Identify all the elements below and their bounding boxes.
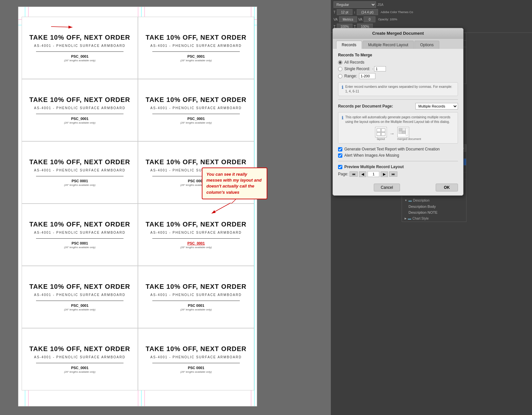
coupon-card: TAKE 10% OFF, NEXT ORDER AS-4001 - PHENO…: [138, 266, 254, 328]
group-label-description: Description: [413, 199, 429, 202]
coupon-note: (26" lengths available only): [64, 184, 96, 187]
coupon-title: TAKE 10% OFF, NEXT ORDER: [29, 283, 130, 290]
radio-single-record-input[interactable]: [338, 67, 342, 71]
group-chart-style[interactable]: ▶ ▬ Chart Style: [402, 215, 466, 222]
group-description[interactable]: ▼ ▬ Description: [402, 197, 466, 204]
right-panel: Regular JSA T ↕ Adobe Color Themes Co VA…: [331, 0, 532, 415]
preview-arrow: →: [390, 131, 395, 137]
canvas-area: TAKE 10% OFF, NEXT ORDER AS-4001 - PHENO…: [0, 0, 331, 415]
coupon-divider: [152, 238, 239, 239]
tab-records[interactable]: Records: [336, 41, 362, 49]
merged-document-dialog: Create Merged Document Records Multiple …: [332, 28, 464, 196]
coupon-subtitle: AS-4001 - PHENOLIC SURFACE ARMBOARD: [150, 293, 242, 297]
merged-preview-box: [397, 127, 409, 137]
coupon-code: PSC_0001: [71, 117, 88, 121]
page-number-input[interactable]: [368, 171, 379, 177]
coupon-divider: [36, 51, 123, 52]
leading-input[interactable]: [357, 9, 378, 15]
coupon-subtitle: AS-4001 - PHENOLIC SURFACE ARMBOARD: [150, 231, 242, 234]
va-label: VA: [333, 18, 338, 21]
coupon-card: TAKE 10% OFF, NEXT ORDER AS-4001 - PHENO…: [22, 328, 138, 390]
coupon-card: TAKE 10% OFF, NEXT ORDER AS-4001 - PHENO…: [138, 79, 254, 141]
option-info-icon: ℹ: [342, 115, 343, 120]
coupon-card: TAKE 10% OFF, NEXT ORDER AS-4001 - PHENO…: [138, 17, 254, 79]
kern-input[interactable]: [364, 16, 375, 22]
coupon-divider: [36, 301, 123, 301]
cancel-button[interactable]: Cancel: [374, 184, 400, 191]
svg-rect-7: [399, 128, 402, 131]
coupon-title: TAKE 10% OFF, NEXT ORDER: [29, 345, 130, 353]
page-prev-button[interactable]: ◀: [359, 171, 366, 177]
style-description-note[interactable]: Description NOTE: [402, 209, 466, 215]
coupon-code: PSC_0001: [71, 366, 88, 370]
page-document: TAKE 10% OFF, NEXT ORDER AS-4001 - PHENO…: [18, 7, 257, 406]
radio-all-records-input[interactable]: [338, 60, 342, 65]
coupon-subtitle: AS-4001 - PHENOLIC SURFACE ARMBOARD: [34, 293, 125, 297]
page-nav-label: Page:: [338, 172, 348, 176]
coupon-subtitle: AS-4001 - PHENOLIC SURFACE ARMBOARD: [150, 106, 242, 110]
coupon-title: TAKE 10% OFF, NEXT ORDER: [29, 221, 130, 228]
page-last-button[interactable]: ⏭: [389, 171, 397, 177]
dialog-body: Records To Merge All Records Single Reco…: [333, 49, 463, 181]
page-nav: Page: ⏮ ◀ ▶ ⏭: [338, 171, 458, 177]
ok-button[interactable]: OK: [436, 184, 458, 191]
radio-all-records: All Records: [338, 60, 458, 65]
usa-label: JSA: [377, 3, 383, 7]
coupon-card: TAKE 10% OFF, NEXT ORDER AS-4001 - PHENO…: [22, 141, 138, 204]
cards-grid: TAKE 10% OFF, NEXT ORDER AS-4001 - PHENO…: [22, 17, 254, 390]
coupon-card: TAKE 10% OFF, NEXT ORDER AS-4001 - PHENO…: [22, 204, 138, 266]
adobe-color-themes-label: Adobe Color Themes Co: [381, 10, 413, 14]
style-description-body[interactable]: Description Body: [402, 204, 466, 209]
group-arrow-description: ▼: [405, 199, 407, 202]
coupon-subtitle: AS-4001 - PHENOLIC SURFACE ARMBOARD: [34, 168, 125, 172]
tracking-select[interactable]: [339, 16, 357, 22]
dialog-footer: Cancel OK: [333, 181, 463, 191]
coupon-card-highlighted: TAKE 10% OFF, NEXT ORDER AS-4001 - PHENO…: [138, 204, 254, 266]
coupon-code: PSC 0001: [188, 366, 204, 370]
dialog-divider-2: [338, 161, 458, 161]
coupon-title: TAKE 10% OFF, NEXT ORDER: [29, 34, 130, 41]
annotation-box: You can see it really messes with my lay…: [202, 168, 267, 199]
checkbox-overset-label: Generate Overset Text Report with Docume…: [344, 147, 440, 151]
coupon-divider: [152, 363, 239, 363]
radio-range-input[interactable]: [338, 74, 342, 78]
coupon-code: PSC 0001: [71, 179, 88, 183]
svg-rect-4: [381, 128, 385, 132]
tab-multiple-record[interactable]: Multiple Record Layout: [363, 41, 414, 49]
coupon-subtitle: AS-4001 - PHENOLIC SURFACE ARMBOARD: [34, 355, 125, 359]
font-size-input[interactable]: [337, 9, 352, 15]
coupon-title: TAKE 10% OFF, NEXT ORDER: [29, 158, 130, 166]
single-record-value[interactable]: [374, 66, 386, 71]
coupon-divider: [36, 363, 123, 363]
dialog-title: Create Merged Document: [333, 28, 463, 39]
guide-vertical-3: [254, 7, 255, 406]
records-per-page-select[interactable]: Multiple Records Single Record: [415, 103, 458, 109]
layout-preview: layout: [375, 127, 387, 141]
coupon-note: (26" lengths available only): [180, 370, 212, 373]
page-first-button[interactable]: ⏮: [350, 171, 358, 177]
layout-preview-box: [375, 127, 387, 137]
option-box: ℹ This option will automatically generat…: [338, 112, 458, 144]
single-record-stepper: ÷: [372, 66, 386, 71]
font-select[interactable]: Regular: [333, 1, 376, 8]
coupon-note: (26" lengths available only): [180, 246, 212, 249]
info-text: Enter record numbers and/or ranges separ…: [345, 85, 454, 94]
group-arrow-chart: ▶: [405, 217, 407, 220]
preview-images: layout → merged: [342, 127, 454, 141]
layout-label: layout: [375, 137, 387, 141]
merged-svg: [398, 128, 408, 136]
page-next-button[interactable]: ▶: [381, 171, 388, 177]
coupon-title: TAKE 10% OFF, NEXT ORDER: [145, 34, 246, 41]
checkbox-overset-input[interactable]: [338, 147, 342, 151]
coupon-card: TAKE 10% OFF, NEXT ORDER AS-4001 - PHENO…: [22, 79, 138, 141]
dialog-divider-1: [338, 99, 458, 100]
coupon-title: TAKE 10% OFF, NEXT ORDER: [145, 221, 246, 228]
preview-check-input[interactable]: [338, 165, 342, 169]
checkbox-images-input[interactable]: [338, 153, 342, 158]
folder-icon-description: ▬: [408, 199, 412, 202]
tab-options[interactable]: Options: [414, 41, 439, 49]
range-value-input[interactable]: [359, 73, 375, 79]
all-records-label: All Records: [344, 60, 364, 65]
svg-rect-8: [399, 131, 402, 134]
svg-rect-3: [377, 128, 381, 132]
